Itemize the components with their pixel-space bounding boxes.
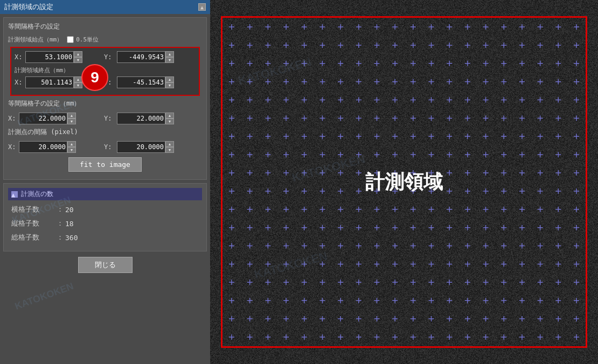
start-y-up[interactable]: ▲ [165,51,174,57]
total-sep: ： [54,233,65,242]
end-x-down[interactable]: ▼ [74,82,82,88]
grid-x-spinner: ▲ ▼ [67,113,76,124]
grid-y-group: ▲ ▼ [117,113,197,124]
pixel-y-spinner: ▲ ▼ [165,141,174,153]
start-y-label: Y: [104,53,117,61]
pixel-row: X: ▲ ▼ Y: ▲ ▼ [8,141,202,153]
start-xy-row: X: ▲ ▼ Y: ▲ ▼ [15,51,196,63]
start-y-group: ▲ ▼ [117,51,190,63]
grid-x-down[interactable]: ▼ [67,118,76,124]
end-y-spinner: ▲ ▼ [165,76,174,88]
counts-header: ▲ 計測点の数 [8,188,202,200]
fit-to-image-button[interactable]: fit to image [68,157,142,172]
total-count-row: 総格子数 ： 360 [8,233,202,242]
section2-title: 等間隔格子の設定（mm） [8,99,202,108]
pixel-y-label: Y: [104,143,117,151]
start-y-spinner: ▲ ▼ [165,51,174,63]
grid-settings-section: 等間隔格子の設定 計測領域始点（mm） 0.5単位 9 X: ▲ ▼ [3,17,207,180]
coordinates-section: 9 X: ▲ ▼ Y: ▲ ▼ [10,47,200,96]
grid-y-up[interactable]: ▲ [165,113,174,118]
counts-icon: ▲ [11,191,18,198]
counts-title: 計測点の数 [21,190,53,199]
watermark-left-3: KATOKOKEN [13,281,75,312]
end-y-down[interactable]: ▼ [165,82,174,88]
start-point-row: 計測領域始点（mm） 0.5単位 [8,36,202,44]
grid-y-down[interactable]: ▼ [165,118,174,124]
vertical-value: 18 [65,220,74,228]
start-x-spinner: ▲ ▼ [74,51,82,63]
panel-title: 計測領域の設定 [4,2,53,12]
pixel-x-group: ▲ ▼ [19,141,99,153]
start-x-group: ▲ ▼ [25,51,99,63]
end-y-input[interactable] [117,76,165,88]
end-x-input[interactable] [25,76,74,88]
grid-x-up[interactable]: ▲ [67,113,76,118]
panel-close-btn[interactable]: ▲ [198,3,206,11]
grid-y-spinner: ▲ ▼ [165,113,174,124]
badge-number: 9 [81,64,108,91]
pixel-y-group: ▲ ▼ [117,141,197,153]
start-x-down[interactable]: ▼ [74,57,82,63]
left-panel: KATOKOKEN KATOKOKEN KATOKOKEN 計測領域の設定 ▲ … [0,0,210,364]
close-button[interactable]: 閉じる [78,257,133,273]
counts-section: ▲ 計測点の数 横格子数 ： 20 縦格子数 ： 18 総格子数 ： 360 [3,183,207,251]
horizontal-sep: ： [54,205,65,214]
vertical-count-row: 縦格子数 ： 18 [8,219,202,228]
vertical-sep: ： [54,219,65,228]
panel-title-bar: 計測領域の設定 ▲ [0,0,210,14]
total-label: 総格子数 [11,233,54,242]
start-y-input[interactable] [117,51,165,63]
start-y-down[interactable]: ▼ [165,57,174,63]
checkbox-label: 0.5単位 [76,36,99,44]
grid-x-label: X: [8,115,19,122]
region-label: 計測領域 [365,169,443,195]
pixel-y-up[interactable]: ▲ [165,141,174,147]
horizontal-label: 横格子数 [11,205,54,214]
end-x-label: X: [15,79,25,86]
pixel-x-spinner: ▲ ▼ [67,141,76,153]
pixel-x-input[interactable] [19,141,67,153]
start-x-input[interactable] [25,51,74,63]
right-panel: 計測領域 KATOKOKEN KATOKOKEN KATOKOKEN [210,0,598,364]
pixel-x-down[interactable]: ▼ [67,147,76,153]
pixel-y-down[interactable]: ▼ [165,147,174,153]
grid-y-label: Y: [104,115,117,122]
horizontal-count-row: 横格子数 ： 20 [8,205,202,214]
pixel-x-up[interactable]: ▲ [67,141,76,147]
pixel-y-input[interactable] [117,141,165,153]
end-y-up[interactable]: ▲ [165,76,174,82]
start-point-label: 計測領域始点（mm） [8,36,62,44]
section3-title: 計測点の間隔 (pixel) [8,128,202,137]
start-x-label: X: [15,53,25,61]
grid-y-input[interactable] [117,113,165,124]
total-value: 360 [65,234,78,242]
horizontal-value: 20 [65,206,74,214]
half-unit-checkbox[interactable] [67,36,74,43]
grid-mm-row: X: ▲ ▼ Y: ▲ ▼ [8,113,202,124]
grid-x-group: ▲ ▼ [19,113,99,124]
section1-title: 等間隔格子の設定 [8,22,202,31]
end-y-group: ▲ ▼ [117,76,190,88]
start-x-up[interactable]: ▲ [74,51,82,57]
pixel-x-label: X: [8,143,19,151]
grid-x-input[interactable] [19,113,67,124]
vertical-label: 縦格子数 [11,219,54,228]
